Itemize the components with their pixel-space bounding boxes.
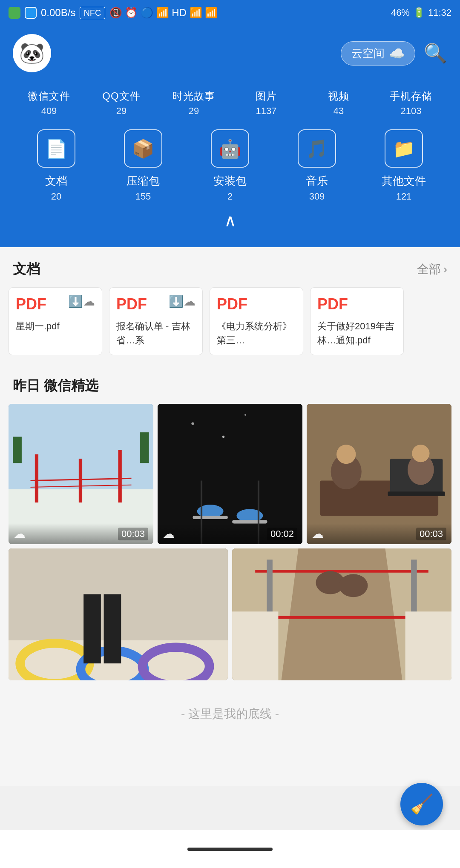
- video-thumbnail-4: [9, 548, 228, 680]
- wechat-section-title: 昨日 微信精选: [9, 377, 451, 395]
- pdf-name-4: 关于做好2019年吉林…通知.pdf: [317, 319, 397, 347]
- status-bar: 0.00B/s NFC 📵 ⏰ 🔵 📶 HD 📶 📶 46% 🔋 11:32: [0, 0, 460, 26]
- apk-count: 2: [227, 191, 233, 202]
- cat-storage-count: 2103: [401, 106, 422, 117]
- bottom-label: - 这里是我的底线 -: [181, 707, 279, 720]
- pdf-card-2[interactable]: PDF ⬇️☁ 报名确认单 - 吉林省…系: [109, 287, 203, 355]
- svg-point-10: [191, 422, 194, 425]
- docs-label: 文档: [45, 174, 67, 188]
- cat-stories-label: 时光故事: [172, 89, 215, 103]
- video-card-5[interactable]: [232, 548, 451, 680]
- cloud-space-button[interactable]: 云空间 ☁️: [341, 41, 415, 66]
- clean-fab-button[interactable]: 🧹: [400, 783, 443, 825]
- svg-rect-4: [118, 450, 122, 503]
- cat-videos-count: 43: [334, 106, 344, 117]
- svg-point-11: [244, 414, 246, 416]
- nfc-label: NFC: [80, 7, 105, 19]
- docs-count: 20: [51, 191, 61, 202]
- svg-rect-3: [79, 459, 82, 503]
- video-card-4[interactable]: [9, 548, 228, 680]
- chevron-right-icon: ›: [443, 263, 447, 276]
- video-card-1[interactable]: ☁ 00:03: [9, 404, 153, 544]
- other-icon: 📁: [393, 138, 415, 159]
- documents-section-header: 文档 全部 ›: [0, 247, 460, 287]
- top-row: 🐼 云空间 ☁️ 🔍: [13, 34, 447, 72]
- video-cloud-icon-1: ☁: [14, 527, 26, 541]
- cat-wechat-count: 409: [41, 106, 57, 117]
- pdf-card-3[interactable]: PDF 《电力系统分析》第三…: [210, 287, 303, 355]
- svg-rect-33: [104, 594, 121, 664]
- pdf-name-3: 《电力系统分析》第三…: [217, 319, 296, 347]
- archives-count: 155: [135, 191, 151, 202]
- svg-rect-7: [13, 437, 22, 463]
- video-overlay-2: ☁ 00:02: [158, 523, 302, 544]
- archives-icon-box: 📦: [124, 129, 162, 168]
- documents-all-button[interactable]: 全部 ›: [417, 261, 447, 277]
- cloud-icon: ☁️: [389, 46, 405, 61]
- cat-wechat-label: 微信文件: [28, 89, 70, 103]
- pdf-list: PDF ⬇️☁ 星期一.pdf PDF ⬇️☁ 报名确认单 - 吉林省…系 PD…: [0, 287, 460, 368]
- cat-storage[interactable]: 手机存储 2103: [375, 89, 447, 117]
- cat-videos[interactable]: 视频 43: [302, 89, 375, 117]
- cat-docs[interactable]: 📄 文档 20: [13, 129, 100, 202]
- status-right: 46% 🔋 11:32: [391, 7, 451, 18]
- svg-rect-41: [405, 611, 451, 680]
- signal-blue-icon: [25, 7, 37, 19]
- svg-rect-8: [140, 432, 149, 463]
- cat-qq-files[interactable]: QQ文件 29: [85, 89, 158, 117]
- cat-music[interactable]: 🎵 音乐 309: [273, 129, 360, 202]
- cat-photos-label: 图片: [256, 89, 277, 103]
- apk-label: 安装包: [213, 174, 247, 188]
- cat-photos[interactable]: 图片 1137: [230, 89, 302, 117]
- svg-marker-35: [278, 548, 405, 680]
- svg-point-12: [222, 436, 224, 438]
- cat-apk[interactable]: 🤖 安装包 2: [187, 129, 273, 202]
- svg-rect-2: [35, 454, 38, 503]
- cloud-sync-icon-2: ⬇️☁: [169, 294, 196, 308]
- other-icon-box: 📁: [385, 129, 423, 168]
- music-icon-box: 🎵: [298, 129, 336, 168]
- video-card-2[interactable]: ☁ 00:02: [158, 404, 302, 544]
- cat-archives[interactable]: 📦 压缩包 155: [100, 129, 187, 202]
- signal-green-icon: [9, 7, 20, 19]
- cat-other[interactable]: 📁 其他文件 121: [360, 129, 447, 202]
- archives-label: 压缩包: [126, 174, 160, 188]
- svg-rect-40: [232, 611, 278, 680]
- music-count: 309: [309, 191, 325, 202]
- signal-icons: 📵 ⏰ 🔵 📶 HD 📶 📶: [109, 7, 218, 19]
- apk-icon: 🤖: [219, 138, 241, 159]
- avatar[interactable]: 🐼: [13, 34, 51, 72]
- documents-title: 文档: [13, 260, 40, 279]
- pdf-card-1[interactable]: PDF ⬇️☁ 星期一.pdf: [9, 287, 102, 355]
- battery-percent: 46%: [391, 7, 410, 18]
- video-cloud-icon-3: ☁: [312, 527, 324, 541]
- video-row-bottom: [9, 548, 451, 680]
- cat-wechat-files[interactable]: 微信文件 409: [13, 89, 85, 117]
- video-overlay-3: ☁ 00:03: [307, 523, 451, 544]
- search-button[interactable]: 🔍: [424, 42, 447, 64]
- pdf-card-4[interactable]: PDF 关于做好2019年吉林…通知.pdf: [310, 287, 404, 355]
- collapse-button[interactable]: ∧: [13, 211, 447, 230]
- wechat-section: 昨日 微信精选: [0, 368, 460, 689]
- docs-icon-box: 📄: [37, 129, 75, 168]
- all-label: 全部: [417, 261, 441, 277]
- cat-videos-label: 视频: [328, 89, 349, 103]
- svg-rect-22: [388, 491, 445, 496]
- video-cloud-icon-2: ☁: [163, 527, 175, 541]
- video-row-top: ☁ 00:03: [9, 404, 451, 544]
- bottom-text: - 这里是我的底线 -: [0, 689, 460, 739]
- pdf-type-4: PDF: [317, 295, 397, 313]
- other-count: 121: [396, 191, 412, 202]
- pdf-type-3: PDF: [217, 295, 296, 313]
- cat-stories-count: 29: [189, 106, 199, 117]
- video-card-3[interactable]: ☁ 00:03: [307, 404, 451, 544]
- archives-icon: 📦: [132, 138, 154, 159]
- svg-point-43: [339, 574, 368, 597]
- video-duration-1: 00:03: [118, 528, 148, 540]
- cat-stories[interactable]: 时光故事 29: [158, 89, 230, 117]
- cat-qq-count: 29: [116, 106, 126, 117]
- network-speed: 0.00B/s: [41, 7, 75, 19]
- cat-qq-label: QQ文件: [102, 89, 140, 103]
- battery-icon: 🔋: [413, 7, 425, 18]
- avatar-emoji: 🐼: [19, 41, 45, 65]
